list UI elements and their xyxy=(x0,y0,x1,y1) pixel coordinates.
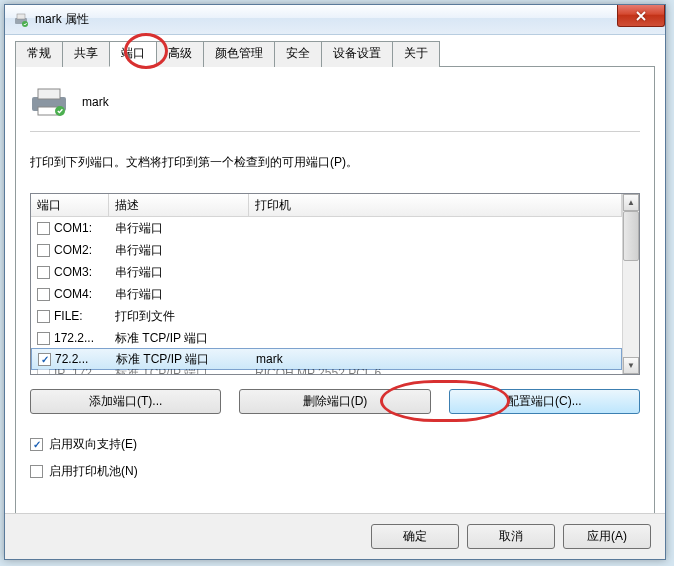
ports-table: 端口 描述 打印机 COM1:串行端口COM2:串行端口COM3:串行端口COM… xyxy=(30,193,640,375)
port-checkbox[interactable] xyxy=(38,353,51,366)
window-title: mark 属性 xyxy=(35,11,89,28)
port-cell: IP_172 xyxy=(54,369,92,374)
vertical-scrollbar[interactable]: ▲ ▼ xyxy=(622,194,639,374)
pool-checkbox[interactable] xyxy=(30,465,43,478)
col-port[interactable]: 端口 xyxy=(31,194,109,216)
bidi-checkbox-row[interactable]: 启用双向支持(E) xyxy=(30,436,640,453)
port-cell: 72.2... xyxy=(55,352,88,366)
port-cell: 172.2... xyxy=(54,331,94,345)
desc-cell: 标准 TCP/IP 端口 xyxy=(109,330,249,347)
port-checkbox[interactable] xyxy=(37,310,50,323)
svg-point-2 xyxy=(22,21,28,27)
col-printer[interactable]: 打印机 xyxy=(249,194,622,216)
tab-strip: 常规 共享 端口 高级 颜色管理 安全 设备设置 关于 xyxy=(15,41,655,67)
port-cell: COM1: xyxy=(54,221,92,235)
instruction-text: 打印到下列端口。文档将打印到第一个检查到的可用端口(P)。 xyxy=(30,154,640,171)
desc-cell: 串行端口 xyxy=(109,264,249,281)
add-port-button[interactable]: 添加端口(T)... xyxy=(30,389,221,414)
desc-cell: 串行端口 xyxy=(109,286,249,303)
port-cell: COM3: xyxy=(54,265,92,279)
port-checkbox[interactable] xyxy=(37,244,50,257)
table-row[interactable]: 72.2...标准 TCP/IP 端口mark xyxy=(31,348,622,370)
tab-general[interactable]: 常规 xyxy=(15,41,63,67)
printer-cell: RICOH MP 2552 PCL 6 xyxy=(249,369,622,374)
port-checkbox[interactable] xyxy=(37,288,50,301)
port-cell: COM4: xyxy=(54,287,92,301)
port-buttons: 添加端口(T)... 删除端口(D) 配置端口(C)... xyxy=(30,389,640,414)
printer-header: mark xyxy=(30,81,640,132)
table-row[interactable]: 172.2...标准 TCP/IP 端口 xyxy=(31,327,622,349)
table-header: 端口 描述 打印机 xyxy=(31,194,622,217)
printer-small-icon xyxy=(13,12,29,28)
tab-device-settings[interactable]: 设备设置 xyxy=(321,41,393,67)
svg-rect-4 xyxy=(38,89,60,99)
pool-checkbox-row[interactable]: 启用打印机池(N) xyxy=(30,463,640,480)
cancel-button[interactable]: 取消 xyxy=(467,524,555,549)
scroll-down-button[interactable]: ▼ xyxy=(623,357,639,374)
tab-security[interactable]: 安全 xyxy=(274,41,322,67)
desc-cell: 串行端口 xyxy=(109,242,249,259)
bidi-checkbox[interactable] xyxy=(30,438,43,451)
port-cell: FILE: xyxy=(54,309,83,323)
delete-port-button[interactable]: 删除端口(D) xyxy=(239,389,430,414)
port-checkbox[interactable] xyxy=(37,332,50,345)
table-row[interactable]: COM4:串行端口 xyxy=(31,283,622,305)
port-checkbox[interactable] xyxy=(37,369,50,374)
tab-ports[interactable]: 端口 xyxy=(109,41,157,67)
tab-about[interactable]: 关于 xyxy=(392,41,440,67)
printer-cell: mark xyxy=(250,352,621,366)
table-row[interactable]: IP_172标准 TCP/IP 端口RICOH MP 2552 PCL 6 xyxy=(31,369,622,374)
desc-cell: 打印到文件 xyxy=(109,308,249,325)
printer-name-label: mark xyxy=(82,95,109,109)
table-row[interactable]: FILE:打印到文件 xyxy=(31,305,622,327)
table-body: COM1:串行端口COM2:串行端口COM3:串行端口COM4:串行端口FILE… xyxy=(31,217,622,374)
desc-cell: 串行端口 xyxy=(109,220,249,237)
pool-label: 启用打印机池(N) xyxy=(49,463,138,480)
printer-properties-dialog: mark 属性 常规 共享 端口 高级 颜色管理 安全 设备设置 关于 mark… xyxy=(4,4,666,560)
ports-panel: mark 打印到下列端口。文档将打印到第一个检查到的可用端口(P)。 端口 描述… xyxy=(15,67,655,522)
port-checkbox[interactable] xyxy=(37,266,50,279)
svg-rect-1 xyxy=(17,14,25,19)
table-row[interactable]: COM1:串行端口 xyxy=(31,217,622,239)
bidi-label: 启用双向支持(E) xyxy=(49,436,137,453)
tab-advanced[interactable]: 高级 xyxy=(156,41,204,67)
titlebar[interactable]: mark 属性 xyxy=(5,5,665,35)
port-cell: COM2: xyxy=(54,243,92,257)
ok-button[interactable]: 确定 xyxy=(371,524,459,549)
desc-cell: 标准 TCP/IP 端口 xyxy=(110,351,250,368)
printer-large-icon xyxy=(30,87,68,117)
col-desc[interactable]: 描述 xyxy=(109,194,249,216)
tab-color-mgmt[interactable]: 颜色管理 xyxy=(203,41,275,67)
port-checkbox[interactable] xyxy=(37,222,50,235)
apply-button[interactable]: 应用(A) xyxy=(563,524,651,549)
configure-port-button[interactable]: 配置端口(C)... xyxy=(449,389,640,414)
dialog-content: 常规 共享 端口 高级 颜色管理 安全 设备设置 关于 mark 打印到下列端口… xyxy=(5,35,665,532)
tab-sharing[interactable]: 共享 xyxy=(62,41,110,67)
desc-cell: 标准 TCP/IP 端口 xyxy=(109,369,249,374)
dialog-footer: 确定 取消 应用(A) xyxy=(5,513,665,559)
table-row[interactable]: COM2:串行端口 xyxy=(31,239,622,261)
scroll-thumb[interactable] xyxy=(623,211,639,261)
table-row[interactable]: COM3:串行端口 xyxy=(31,261,622,283)
close-button[interactable] xyxy=(617,5,665,27)
scroll-up-button[interactable]: ▲ xyxy=(623,194,639,211)
